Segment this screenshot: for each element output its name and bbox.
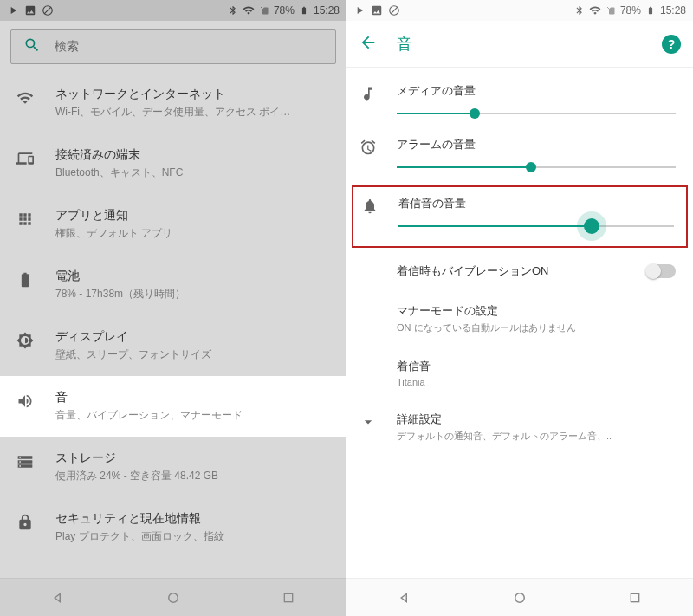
dnd-row[interactable]: マナーモードの設定 ON になっている自動ルールはありません bbox=[346, 291, 693, 347]
search-placeholder: 検索 bbox=[55, 39, 79, 55]
nav-recent-button[interactable] bbox=[626, 589, 644, 606]
svg-rect-4 bbox=[285, 593, 293, 601]
media-volume-row: メディアの音量 bbox=[346, 75, 693, 128]
setting-title: マナーモードの設定 bbox=[397, 303, 676, 319]
setting-sub: Titania bbox=[397, 377, 676, 387]
clock: 15:28 bbox=[660, 4, 686, 16]
clock: 15:28 bbox=[314, 4, 340, 16]
svg-line-6 bbox=[391, 7, 398, 14]
item-title: 電池 bbox=[55, 269, 331, 284]
search-icon bbox=[23, 36, 41, 57]
brightness-icon bbox=[16, 331, 35, 350]
status-bar: 78% 15:28 bbox=[346, 0, 693, 21]
bell-icon bbox=[360, 196, 379, 232]
no-sim-icon bbox=[605, 4, 617, 16]
vibrate-switch[interactable] bbox=[646, 264, 676, 278]
wifi-icon bbox=[16, 88, 35, 107]
svg-line-1 bbox=[44, 7, 51, 14]
item-title: 接続済みの端末 bbox=[55, 147, 331, 163]
item-title: ストレージ bbox=[55, 451, 331, 466]
ringtone-row[interactable]: 着信音 Titania bbox=[346, 347, 693, 399]
settings-item-sound[interactable]: 音 音量、バイブレーション、マナーモード bbox=[0, 376, 346, 437]
slider-label: アラームの音量 bbox=[397, 137, 676, 152]
vibrate-on-ring-row[interactable]: 着信時もバイブレーションON bbox=[346, 251, 693, 291]
no-rotate-icon bbox=[42, 4, 54, 16]
image-icon bbox=[24, 4, 36, 16]
nav-back-button[interactable] bbox=[49, 589, 67, 606]
alarm-volume-slider[interactable] bbox=[397, 161, 676, 173]
item-title: 音 bbox=[55, 390, 331, 405]
slider-label: 着信音の音量 bbox=[398, 196, 674, 211]
settings-main-screen: 78% 15:28 検索 ネットワークとインターネット Wi-Fi、モバイル、デ… bbox=[0, 0, 346, 616]
item-sub: 音量、バイブレーション、マナーモード bbox=[55, 408, 331, 423]
setting-sub: ON になっている自動ルールはありません bbox=[397, 321, 676, 334]
svg-point-3 bbox=[169, 593, 178, 602]
svg-point-8 bbox=[515, 593, 525, 602]
bluetooth-icon bbox=[227, 4, 239, 16]
search-box[interactable]: 検索 bbox=[10, 29, 336, 64]
bluetooth-icon bbox=[573, 4, 586, 16]
item-sub: Play プロテクト、画面ロック、指紋 bbox=[55, 529, 331, 544]
lock-icon bbox=[16, 513, 35, 532]
play-icon bbox=[7, 4, 19, 16]
media-volume-slider[interactable] bbox=[397, 107, 676, 120]
back-icon[interactable] bbox=[359, 33, 378, 55]
sound-list: メディアの音量 アラームの音量 着信音の音量 bbox=[346, 68, 693, 455]
app-bar: 音 ? bbox=[346, 21, 693, 68]
alarm-icon bbox=[359, 137, 378, 173]
setting-title: 詳細設定 bbox=[397, 412, 676, 427]
item-sub: 78% - 17h38m（残り時間） bbox=[55, 287, 331, 302]
no-rotate-icon bbox=[388, 4, 400, 16]
slider-label: メディアの音量 bbox=[397, 83, 676, 99]
battery-percent: 78% bbox=[620, 4, 641, 16]
ring-volume-row: 着信音の音量 bbox=[352, 185, 688, 248]
image-icon bbox=[371, 4, 383, 16]
music-note-icon bbox=[359, 83, 378, 120]
nav-home-button[interactable] bbox=[511, 589, 528, 606]
settings-list: ネットワークとインターネット Wi-Fi、モバイル、データ使用量、アクセス ポイ… bbox=[0, 73, 346, 558]
nav-home-button[interactable] bbox=[165, 589, 182, 606]
status-bar: 78% 15:28 bbox=[0, 0, 346, 21]
nav-recent-button[interactable] bbox=[280, 589, 297, 606]
alarm-volume-row: アラームの音量 bbox=[346, 128, 693, 182]
volume-icon bbox=[16, 392, 35, 411]
setting-title: 着信時もバイブレーションON bbox=[397, 263, 638, 279]
wifi-icon bbox=[243, 4, 255, 16]
item-title: アプリと通知 bbox=[55, 208, 331, 224]
item-title: ネットワークとインターネット bbox=[55, 87, 331, 102]
apps-icon bbox=[16, 210, 35, 229]
settings-item-battery[interactable]: 電池 78% - 17h38m（残り時間） bbox=[0, 255, 346, 315]
settings-item-devices[interactable]: 接続済みの端末 Bluetooth、キャスト、NFC bbox=[0, 133, 346, 194]
sound-settings-screen: 78% 15:28 音 ? メディアの音量 アラームの音量 bbox=[346, 0, 693, 616]
settings-item-storage[interactable]: ストレージ 使用済み 24% - 空き容量 48.42 GB bbox=[0, 437, 346, 497]
settings-item-network[interactable]: ネットワークとインターネット Wi-Fi、モバイル、データ使用量、アクセス ポイ… bbox=[0, 73, 346, 133]
play-icon bbox=[353, 4, 366, 16]
item-title: セキュリティと現在地情報 bbox=[55, 511, 331, 527]
nav-back-button[interactable] bbox=[396, 589, 413, 606]
item-sub: 使用済み 24% - 空き容量 48.42 GB bbox=[55, 469, 331, 483]
setting-title: 着信音 bbox=[397, 359, 676, 374]
nav-bar bbox=[346, 578, 693, 616]
item-title: ディスプレイ bbox=[55, 329, 331, 345]
nav-bar bbox=[0, 578, 346, 616]
settings-item-security[interactable]: セキュリティと現在地情報 Play プロテクト、画面ロック、指紋 bbox=[0, 497, 346, 558]
item-sub: 壁紙、スリープ、フォントサイズ bbox=[55, 347, 331, 362]
no-sim-icon bbox=[258, 4, 270, 16]
chevron-down-icon bbox=[359, 412, 378, 431]
storage-icon bbox=[16, 452, 35, 471]
battery-percent: 78% bbox=[274, 4, 295, 16]
battery-icon bbox=[644, 4, 657, 16]
item-sub: Bluetooth、キャスト、NFC bbox=[55, 165, 331, 180]
settings-item-apps[interactable]: アプリと通知 権限、デフォルト アプリ bbox=[0, 194, 346, 255]
battery-icon bbox=[298, 4, 310, 16]
advanced-row[interactable]: 詳細設定 デフォルトの通知音、デフォルトのアラーム音、.. bbox=[346, 399, 693, 455]
help-icon[interactable]: ? bbox=[662, 35, 681, 54]
ring-volume-slider[interactable] bbox=[398, 220, 674, 232]
wifi-icon bbox=[589, 4, 601, 16]
battery-icon bbox=[16, 270, 35, 289]
settings-item-display[interactable]: ディスプレイ 壁紙、スリープ、フォントサイズ bbox=[0, 315, 346, 376]
svg-rect-9 bbox=[631, 593, 639, 601]
setting-sub: デフォルトの通知音、デフォルトのアラーム音、.. bbox=[397, 430, 676, 443]
page-title: 音 bbox=[397, 34, 643, 55]
devices-icon bbox=[16, 149, 35, 168]
